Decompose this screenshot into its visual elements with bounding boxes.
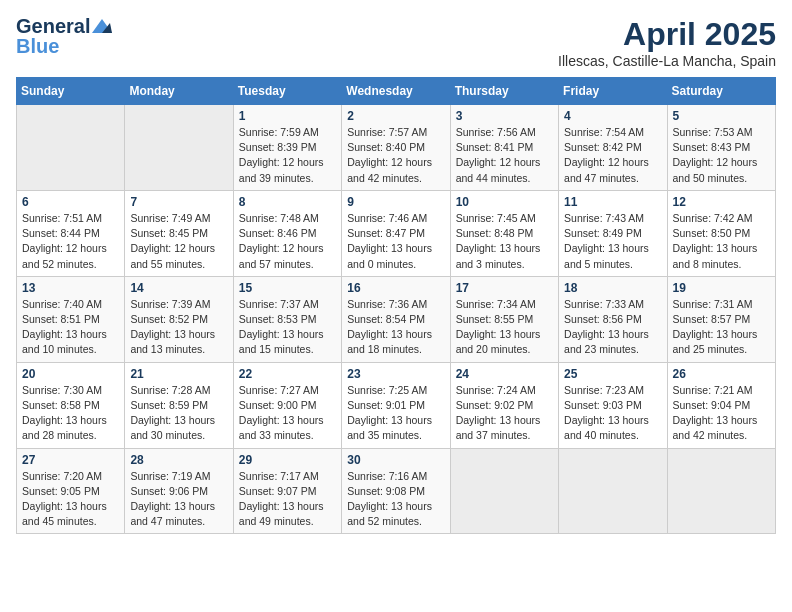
day-number: 3 — [456, 109, 553, 123]
day-number: 10 — [456, 195, 553, 209]
calendar-cell: 25Sunrise: 7:23 AM Sunset: 9:03 PM Dayli… — [559, 362, 667, 448]
day-number: 25 — [564, 367, 661, 381]
day-number: 18 — [564, 281, 661, 295]
calendar-header: SundayMondayTuesdayWednesdayThursdayFrid… — [17, 78, 776, 105]
calendar-cell: 28Sunrise: 7:19 AM Sunset: 9:06 PM Dayli… — [125, 448, 233, 534]
weekday-header-tuesday: Tuesday — [233, 78, 341, 105]
logo-general-text: General — [16, 16, 90, 36]
calendar-cell — [559, 448, 667, 534]
day-content: Sunrise: 7:39 AM Sunset: 8:52 PM Dayligh… — [130, 297, 227, 358]
calendar-cell: 18Sunrise: 7:33 AM Sunset: 8:56 PM Dayli… — [559, 276, 667, 362]
calendar-cell: 6Sunrise: 7:51 AM Sunset: 8:44 PM Daylig… — [17, 190, 125, 276]
day-number: 7 — [130, 195, 227, 209]
day-content: Sunrise: 7:34 AM Sunset: 8:55 PM Dayligh… — [456, 297, 553, 358]
day-number: 17 — [456, 281, 553, 295]
calendar-cell: 16Sunrise: 7:36 AM Sunset: 8:54 PM Dayli… — [342, 276, 450, 362]
page-subtitle: Illescas, Castille-La Mancha, Spain — [558, 53, 776, 69]
day-content: Sunrise: 7:16 AM Sunset: 9:08 PM Dayligh… — [347, 469, 444, 530]
calendar-cell — [450, 448, 558, 534]
day-content: Sunrise: 7:27 AM Sunset: 9:00 PM Dayligh… — [239, 383, 336, 444]
day-content: Sunrise: 7:49 AM Sunset: 8:45 PM Dayligh… — [130, 211, 227, 272]
day-number: 6 — [22, 195, 119, 209]
calendar-table: SundayMondayTuesdayWednesdayThursdayFrid… — [16, 77, 776, 534]
calendar-cell: 5Sunrise: 7:53 AM Sunset: 8:43 PM Daylig… — [667, 105, 775, 191]
calendar-cell: 8Sunrise: 7:48 AM Sunset: 8:46 PM Daylig… — [233, 190, 341, 276]
day-number: 23 — [347, 367, 444, 381]
weekday-header-sunday: Sunday — [17, 78, 125, 105]
day-content: Sunrise: 7:31 AM Sunset: 8:57 PM Dayligh… — [673, 297, 770, 358]
day-number: 24 — [456, 367, 553, 381]
day-number: 8 — [239, 195, 336, 209]
calendar-cell: 11Sunrise: 7:43 AM Sunset: 8:49 PM Dayli… — [559, 190, 667, 276]
day-number: 30 — [347, 453, 444, 467]
calendar-cell: 30Sunrise: 7:16 AM Sunset: 9:08 PM Dayli… — [342, 448, 450, 534]
logo-icon — [92, 19, 112, 33]
calendar-cell — [125, 105, 233, 191]
day-content: Sunrise: 7:33 AM Sunset: 8:56 PM Dayligh… — [564, 297, 661, 358]
day-number: 21 — [130, 367, 227, 381]
calendar-cell: 10Sunrise: 7:45 AM Sunset: 8:48 PM Dayli… — [450, 190, 558, 276]
calendar-cell: 4Sunrise: 7:54 AM Sunset: 8:42 PM Daylig… — [559, 105, 667, 191]
day-content: Sunrise: 7:28 AM Sunset: 8:59 PM Dayligh… — [130, 383, 227, 444]
calendar-week-3: 13Sunrise: 7:40 AM Sunset: 8:51 PM Dayli… — [17, 276, 776, 362]
day-content: Sunrise: 7:54 AM Sunset: 8:42 PM Dayligh… — [564, 125, 661, 186]
logo: General Blue — [16, 16, 112, 56]
calendar-cell: 21Sunrise: 7:28 AM Sunset: 8:59 PM Dayli… — [125, 362, 233, 448]
day-number: 11 — [564, 195, 661, 209]
calendar-cell: 24Sunrise: 7:24 AM Sunset: 9:02 PM Dayli… — [450, 362, 558, 448]
day-content: Sunrise: 7:40 AM Sunset: 8:51 PM Dayligh… — [22, 297, 119, 358]
day-number: 19 — [673, 281, 770, 295]
day-content: Sunrise: 7:51 AM Sunset: 8:44 PM Dayligh… — [22, 211, 119, 272]
weekday-header-saturday: Saturday — [667, 78, 775, 105]
day-number: 13 — [22, 281, 119, 295]
weekday-header-monday: Monday — [125, 78, 233, 105]
calendar-week-1: 1Sunrise: 7:59 AM Sunset: 8:39 PM Daylig… — [17, 105, 776, 191]
title-section: April 2025 Illescas, Castille-La Mancha,… — [558, 16, 776, 69]
calendar-cell: 13Sunrise: 7:40 AM Sunset: 8:51 PM Dayli… — [17, 276, 125, 362]
day-number: 27 — [22, 453, 119, 467]
day-number: 29 — [239, 453, 336, 467]
day-number: 26 — [673, 367, 770, 381]
weekday-header-wednesday: Wednesday — [342, 78, 450, 105]
day-number: 16 — [347, 281, 444, 295]
day-content: Sunrise: 7:56 AM Sunset: 8:41 PM Dayligh… — [456, 125, 553, 186]
weekday-header-friday: Friday — [559, 78, 667, 105]
day-content: Sunrise: 7:21 AM Sunset: 9:04 PM Dayligh… — [673, 383, 770, 444]
weekday-row: SundayMondayTuesdayWednesdayThursdayFrid… — [17, 78, 776, 105]
calendar-cell: 2Sunrise: 7:57 AM Sunset: 8:40 PM Daylig… — [342, 105, 450, 191]
day-content: Sunrise: 7:25 AM Sunset: 9:01 PM Dayligh… — [347, 383, 444, 444]
calendar-cell: 12Sunrise: 7:42 AM Sunset: 8:50 PM Dayli… — [667, 190, 775, 276]
calendar-week-2: 6Sunrise: 7:51 AM Sunset: 8:44 PM Daylig… — [17, 190, 776, 276]
day-content: Sunrise: 7:20 AM Sunset: 9:05 PM Dayligh… — [22, 469, 119, 530]
calendar-cell — [667, 448, 775, 534]
calendar-week-4: 20Sunrise: 7:30 AM Sunset: 8:58 PM Dayli… — [17, 362, 776, 448]
logo-blue-text: Blue — [16, 36, 59, 56]
calendar-cell — [17, 105, 125, 191]
page-header: General Blue April 2025 Illescas, Castil… — [16, 16, 776, 69]
calendar-cell: 22Sunrise: 7:27 AM Sunset: 9:00 PM Dayli… — [233, 362, 341, 448]
calendar-cell: 7Sunrise: 7:49 AM Sunset: 8:45 PM Daylig… — [125, 190, 233, 276]
calendar-cell: 3Sunrise: 7:56 AM Sunset: 8:41 PM Daylig… — [450, 105, 558, 191]
calendar-cell: 27Sunrise: 7:20 AM Sunset: 9:05 PM Dayli… — [17, 448, 125, 534]
calendar-week-5: 27Sunrise: 7:20 AM Sunset: 9:05 PM Dayli… — [17, 448, 776, 534]
day-content: Sunrise: 7:57 AM Sunset: 8:40 PM Dayligh… — [347, 125, 444, 186]
day-number: 15 — [239, 281, 336, 295]
day-content: Sunrise: 7:19 AM Sunset: 9:06 PM Dayligh… — [130, 469, 227, 530]
calendar-cell: 17Sunrise: 7:34 AM Sunset: 8:55 PM Dayli… — [450, 276, 558, 362]
day-content: Sunrise: 7:53 AM Sunset: 8:43 PM Dayligh… — [673, 125, 770, 186]
day-number: 28 — [130, 453, 227, 467]
calendar-cell: 23Sunrise: 7:25 AM Sunset: 9:01 PM Dayli… — [342, 362, 450, 448]
day-number: 5 — [673, 109, 770, 123]
calendar-cell: 29Sunrise: 7:17 AM Sunset: 9:07 PM Dayli… — [233, 448, 341, 534]
calendar-cell: 15Sunrise: 7:37 AM Sunset: 8:53 PM Dayli… — [233, 276, 341, 362]
day-content: Sunrise: 7:45 AM Sunset: 8:48 PM Dayligh… — [456, 211, 553, 272]
day-number: 12 — [673, 195, 770, 209]
calendar-body: 1Sunrise: 7:59 AM Sunset: 8:39 PM Daylig… — [17, 105, 776, 534]
day-content: Sunrise: 7:23 AM Sunset: 9:03 PM Dayligh… — [564, 383, 661, 444]
day-content: Sunrise: 7:17 AM Sunset: 9:07 PM Dayligh… — [239, 469, 336, 530]
day-content: Sunrise: 7:46 AM Sunset: 8:47 PM Dayligh… — [347, 211, 444, 272]
day-number: 20 — [22, 367, 119, 381]
day-content: Sunrise: 7:30 AM Sunset: 8:58 PM Dayligh… — [22, 383, 119, 444]
day-content: Sunrise: 7:42 AM Sunset: 8:50 PM Dayligh… — [673, 211, 770, 272]
day-content: Sunrise: 7:37 AM Sunset: 8:53 PM Dayligh… — [239, 297, 336, 358]
